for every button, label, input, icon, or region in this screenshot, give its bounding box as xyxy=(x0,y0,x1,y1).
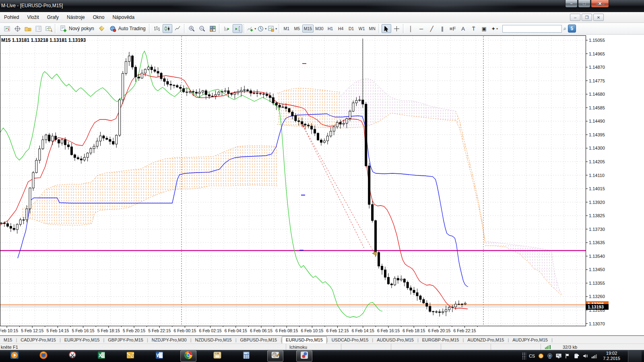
zoom-out-button[interactable] xyxy=(198,24,207,33)
menu-vložit[interactable]: Vložit xyxy=(23,12,43,22)
new-order-button[interactable]: Nový pokyn xyxy=(58,24,97,33)
data-window-button[interactable] xyxy=(12,24,22,33)
tray-network-icon[interactable] xyxy=(591,353,597,359)
templates-button[interactable]: ▾ xyxy=(268,24,277,33)
timeframe-m30-button[interactable]: M30 xyxy=(314,25,325,33)
minimize-button[interactable]: – xyxy=(565,0,578,8)
taskbar-color-app-button[interactable] xyxy=(296,350,312,362)
tab-gbpusd-pro-m15[interactable]: GBPUSD-Pro,M15 xyxy=(237,337,281,343)
tab-partial[interactable]: M15 xyxy=(0,337,16,343)
child-close-button[interactable]: ✕ xyxy=(593,14,604,21)
tab-usdcad-pro-m15[interactable]: USDCAD-Pro,M15 xyxy=(328,337,372,343)
tab-nzdjpy-pro-m30[interactable]: NZDJPY-Pro,M30 xyxy=(148,337,190,343)
timeframe-m5-button[interactable]: M5 xyxy=(292,25,302,33)
terminal-button[interactable] xyxy=(33,24,43,33)
chart-shift-button[interactable] xyxy=(233,24,242,33)
metaeditor-button[interactable] xyxy=(97,24,107,33)
navigator-button[interactable] xyxy=(23,24,33,33)
taskbar-file-manager-button[interactable] xyxy=(209,350,225,362)
market-watch-button[interactable] xyxy=(2,24,12,33)
timeframe-w1-button[interactable]: W1 xyxy=(357,25,367,33)
tray-volume-icon[interactable] xyxy=(582,353,588,359)
arrows-dropdown-icon[interactable]: ▾ xyxy=(496,27,498,31)
strategy-tester-button[interactable] xyxy=(44,24,54,33)
text-tool-button[interactable]: A xyxy=(458,24,468,33)
price-chart[interactable]: 1.150551.149651.148701.147751.146801.145… xyxy=(0,35,644,335)
label-tool-button[interactable]: T̈ xyxy=(469,24,479,33)
mql5-community-button[interactable]: 5 xyxy=(568,25,576,33)
equidistant-channel-tool-button[interactable]: ∥ xyxy=(438,24,447,33)
tab-eurjpy-pro-m15[interactable]: EURJPY-Pro,M15 xyxy=(61,337,103,343)
shapes-tool-button[interactable]: ▣ xyxy=(479,24,489,33)
bid-price-label: 1.13193 xyxy=(588,304,604,309)
bar-chart-button[interactable] xyxy=(152,24,162,33)
search-input[interactable] xyxy=(502,25,562,33)
indicators-button[interactable]: ▾ xyxy=(247,24,256,33)
tab-eurgbp-pro-m15[interactable]: EURGBP-Pro,M15 xyxy=(419,337,463,343)
tray-antivirus-icon[interactable] xyxy=(538,353,544,359)
child-minimize-button[interactable]: – xyxy=(570,14,580,21)
maximize-button[interactable]: □ xyxy=(578,0,590,8)
tab-cadjpy-pro-m15[interactable]: CADJPY-Pro,M15 xyxy=(17,337,60,343)
templates-dropdown-icon[interactable]: ▾ xyxy=(275,27,277,31)
tray-flag-icon[interactable] xyxy=(564,353,570,359)
arrows-tool-button[interactable]: ✦▾ xyxy=(490,24,500,33)
indicators-dropdown-icon[interactable]: ▾ xyxy=(254,27,256,31)
timeframe-h1-button[interactable]: H1 xyxy=(325,25,336,33)
timeframe-d1-button[interactable]: D1 xyxy=(346,25,357,33)
tab-audjpy-pro-m15[interactable]: AUDJPY-Pro,M15 xyxy=(509,337,551,343)
tab-audnzd-pro-m15[interactable]: AUDNZD-Pro,M15 xyxy=(464,337,508,343)
price-axis-label: 1.14775 xyxy=(589,78,605,83)
autotrading-button[interactable]: Auto Trading xyxy=(107,24,148,33)
cursor-button[interactable] xyxy=(382,24,391,33)
language-indicator[interactable]: CS xyxy=(529,354,535,358)
tab-nzdusd-pro-m15[interactable]: NZDUSD-Pro,M15 xyxy=(192,337,235,343)
timeframe-m1-button[interactable]: M1 xyxy=(281,25,292,33)
line-chart-button[interactable] xyxy=(173,24,183,33)
taskbar-word-button[interactable]: W xyxy=(151,350,167,362)
taskbar-paint-button[interactable] xyxy=(267,350,283,362)
taskbar-excel-button[interactable]: X xyxy=(93,350,109,362)
timeframe-m15-button[interactable]: M15 xyxy=(302,25,314,33)
menu-okno[interactable]: Okno xyxy=(89,12,109,22)
tray-clipboard-icon[interactable] xyxy=(573,353,579,359)
taskbar-outlook-button[interactable] xyxy=(122,350,138,362)
tab-audusd-pro-m15[interactable]: AUDUSD-Pro,M15 xyxy=(373,337,417,343)
candlestick-chart-button[interactable] xyxy=(163,24,172,33)
timeframe-h4-button[interactable]: H4 xyxy=(336,25,346,33)
tray-grip-icon[interactable] xyxy=(522,352,526,360)
timeframe-mn-button[interactable]: MN xyxy=(367,25,378,33)
tray-webcam-icon[interactable] xyxy=(547,353,553,359)
taskbar-screenshot-tool-button[interactable] xyxy=(64,350,80,362)
taskbar-firefox-button[interactable] xyxy=(35,350,52,362)
search-icon[interactable]: ⌕ xyxy=(564,25,566,32)
menu-nápověda[interactable]: Nápověda xyxy=(108,12,138,22)
menu-grafy[interactable]: Grafy xyxy=(43,12,63,22)
tabs-scroll-right-icon[interactable]: ▶ xyxy=(603,2,605,6)
chart-area[interactable]: 1.150551.149651.148701.147751.146801.145… xyxy=(0,35,644,335)
fibonacci-tool-button[interactable]: ≡F xyxy=(448,24,458,33)
auto-scroll-button[interactable] xyxy=(222,24,232,33)
vertical-line-tool-button[interactable]: │ xyxy=(406,24,416,33)
trendline-tool-button[interactable]: ╱ xyxy=(427,24,437,33)
periods-button[interactable]: ▾ xyxy=(257,24,267,33)
tile-windows-button[interactable] xyxy=(208,24,218,33)
tab-gbpjpy-pro-m15[interactable]: GBPJPY-Pro,M15 xyxy=(104,337,147,343)
taskbar-chrome-button[interactable] xyxy=(180,350,196,362)
time-axis-label: 6 Feb 10:15 xyxy=(301,328,323,333)
tab-eurusd-pro-m15[interactable]: EURUSD-Pro,M15 xyxy=(282,336,327,343)
taskbar-media-player-button[interactable] xyxy=(6,350,23,362)
menu-pohled[interactable]: Pohled xyxy=(0,12,23,22)
child-restore-button[interactable]: ❐ xyxy=(582,14,592,21)
taskbar-calculator-button[interactable]: 0 xyxy=(238,350,254,362)
zoom-in-button[interactable] xyxy=(187,24,197,33)
tabs-scroll-left-icon[interactable]: ◀ xyxy=(596,2,599,6)
taskbar-clock[interactable]: 19:02 7.2.2015 xyxy=(600,351,623,361)
autotrading-label: Auto Trading xyxy=(118,26,146,31)
show-desktop-button[interactable] xyxy=(628,350,642,362)
menu-nástroje[interactable]: Nástroje xyxy=(63,12,89,22)
periods-dropdown-icon[interactable]: ▾ xyxy=(265,27,266,31)
crosshair-button[interactable] xyxy=(392,24,402,33)
horizontal-line-tool-button[interactable]: ─ xyxy=(417,24,426,33)
tray-display-icon[interactable] xyxy=(555,353,561,359)
